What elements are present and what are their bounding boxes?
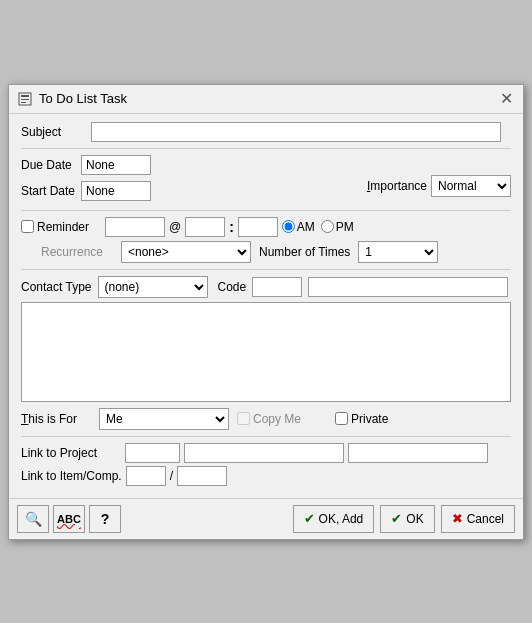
svg-rect-1 [21, 95, 29, 97]
svg-rect-3 [21, 102, 26, 103]
copy-me-checkbox-label[interactable]: Copy Me [237, 412, 317, 426]
link-to-item-input2[interactable] [177, 466, 227, 486]
private-checkbox[interactable] [335, 412, 348, 425]
ok-check-icon: ✔ [391, 511, 402, 526]
spell-check-icon: ABC [57, 513, 81, 525]
separator-1 [21, 148, 511, 149]
ok-label: OK [406, 512, 423, 526]
pm-radio-label[interactable]: PM [321, 220, 354, 234]
reminder-hour-input[interactable] [185, 217, 225, 237]
link-to-item-label: Link to Item/Comp. [21, 469, 122, 483]
this-is-for-label: This is For [21, 412, 91, 426]
ok-button[interactable]: ✔ OK [380, 505, 434, 533]
notes-textarea[interactable] [21, 302, 511, 402]
number-of-times-label: Number of Times [259, 245, 350, 259]
link-to-project-input2[interactable] [184, 443, 344, 463]
cancel-icon: ✖ [452, 511, 463, 526]
link-section: Link to Project Link to Item/Comp. / [21, 443, 511, 486]
code-label: Code [218, 280, 247, 294]
contact-type-select[interactable]: (none) [98, 276, 208, 298]
dialog-title: To Do List Task [39, 91, 127, 106]
start-date-input[interactable] [81, 181, 151, 201]
private-checkbox-label[interactable]: Private [335, 412, 415, 426]
dialog-content: Subject Due Date Start Date Importance N… [9, 114, 523, 498]
dialog-icon [17, 91, 33, 107]
subject-input[interactable] [91, 122, 501, 142]
footer-left: 🔍 ABC ? [17, 505, 121, 533]
am-label: AM [297, 220, 315, 234]
pm-radio[interactable] [321, 220, 334, 233]
this-is-for-select[interactable]: Me [99, 408, 229, 430]
cancel-label: Cancel [467, 512, 504, 526]
subject-row: Subject [21, 122, 511, 142]
importance-label: Importance [367, 179, 427, 193]
dates-importance-section: Due Date Start Date Importance Normal Hi… [21, 155, 511, 204]
due-date-row: Due Date [21, 155, 151, 175]
link-to-project-input1[interactable] [125, 443, 180, 463]
recurrence-row: Recurrence <none> Number of Times 1 2 3 [21, 241, 511, 263]
start-date-row: Start Date [21, 181, 151, 201]
spell-check-button[interactable]: ABC [53, 505, 85, 533]
ok-add-label: OK, Add [319, 512, 364, 526]
reminder-label: Reminder [37, 220, 89, 234]
code-input2[interactable] [308, 277, 508, 297]
help-icon: ? [101, 511, 110, 527]
link-to-project-label: Link to Project [21, 446, 121, 460]
footer: 🔍 ABC ? ✔ OK, Add ✔ OK ✖ Cancel [9, 498, 523, 539]
reminder-checkbox-label[interactable]: Reminder [21, 220, 101, 234]
reminder-time-input[interactable] [105, 217, 165, 237]
reminder-row: Reminder @ : AM PM [21, 217, 511, 237]
link-slash: / [170, 469, 173, 483]
ok-add-check-icon: ✔ [304, 511, 315, 526]
due-date-label: Due Date [21, 158, 81, 172]
reminder-checkbox[interactable] [21, 220, 34, 233]
link-to-item-input1[interactable] [126, 466, 166, 486]
link-to-item-row: Link to Item/Comp. / [21, 466, 511, 486]
private-label: Private [351, 412, 388, 426]
pm-label: PM [336, 220, 354, 234]
importance-select[interactable]: Normal High Low [431, 175, 511, 197]
close-button[interactable]: ✕ [498, 91, 515, 107]
importance-col: Importance Normal High Low [367, 175, 511, 197]
link-to-project-row: Link to Project [21, 443, 511, 463]
search-button[interactable]: 🔍 [17, 505, 49, 533]
am-pm-group: AM PM [282, 220, 354, 234]
ok-add-button[interactable]: ✔ OK, Add [293, 505, 375, 533]
code-input1[interactable] [252, 277, 302, 297]
start-date-label: Start Date [21, 184, 81, 198]
time-separator: : [229, 219, 234, 235]
separator-2 [21, 210, 511, 211]
svg-rect-2 [21, 99, 29, 100]
search-icon: 🔍 [25, 511, 42, 527]
help-button[interactable]: ? [89, 505, 121, 533]
contact-type-row: Contact Type (none) Code [21, 276, 511, 298]
due-date-input[interactable] [81, 155, 151, 175]
copy-me-label: Copy Me [253, 412, 301, 426]
title-bar: To Do List Task ✕ [9, 85, 523, 114]
cancel-button[interactable]: ✖ Cancel [441, 505, 515, 533]
separator-3 [21, 269, 511, 270]
am-radio[interactable] [282, 220, 295, 233]
separator-4 [21, 436, 511, 437]
copy-me-checkbox[interactable] [237, 412, 250, 425]
reminder-minute-input[interactable] [238, 217, 278, 237]
recurrence-label: Recurrence [41, 245, 113, 259]
subject-label: Subject [21, 125, 91, 139]
title-bar-left: To Do List Task [17, 91, 127, 107]
this-is-for-row: This is For Me Copy Me Private [21, 408, 511, 430]
number-of-times-select[interactable]: 1 2 3 [358, 241, 438, 263]
dates-col: Due Date Start Date [21, 155, 151, 204]
am-radio-label[interactable]: AM [282, 220, 315, 234]
recurrence-select[interactable]: <none> [121, 241, 251, 263]
contact-type-label: Contact Type [21, 280, 92, 294]
link-to-project-input3[interactable] [348, 443, 488, 463]
at-sign: @ [169, 220, 181, 234]
dialog: To Do List Task ✕ Subject Due Date Start… [8, 84, 524, 540]
footer-right: ✔ OK, Add ✔ OK ✖ Cancel [293, 505, 515, 533]
